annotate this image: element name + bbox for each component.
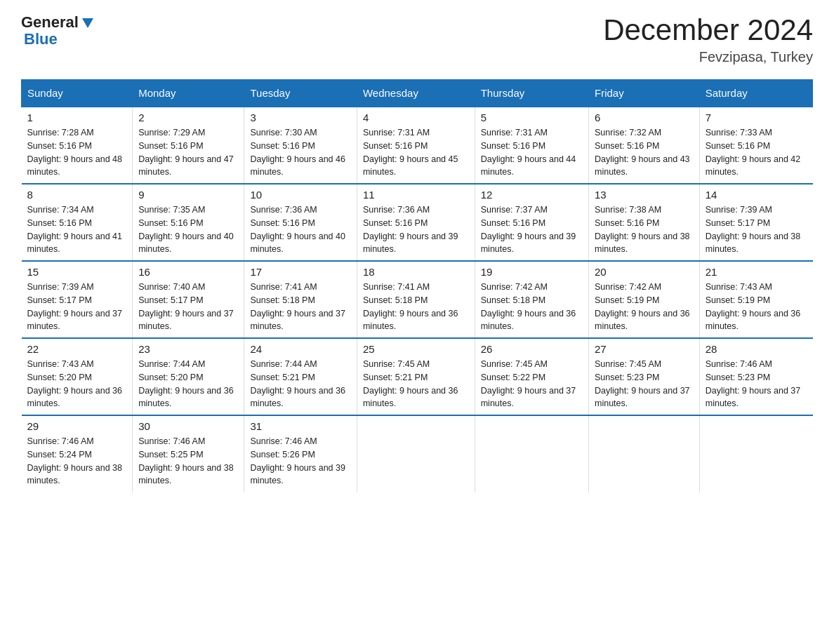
day-cell: 6 Sunrise: 7:32 AM Sunset: 5:16 PM Dayli… [589, 107, 700, 184]
day-cell: 18 Sunrise: 7:41 AM Sunset: 5:18 PM Dayl… [357, 261, 475, 338]
week-row-1: 1 Sunrise: 7:28 AM Sunset: 5:16 PM Dayli… [22, 107, 813, 184]
day-info: Sunrise: 7:36 AM Sunset: 5:16 PM Dayligh… [250, 203, 351, 256]
day-info: Sunrise: 7:42 AM Sunset: 5:19 PM Dayligh… [595, 281, 694, 333]
calendar-header: SundayMondayTuesdayWednesdayThursdayFrid… [22, 80, 813, 107]
day-info: Sunrise: 7:33 AM Sunset: 5:16 PM Dayligh… [706, 126, 807, 179]
day-info: Sunrise: 7:45 AM Sunset: 5:23 PM Dayligh… [595, 358, 694, 410]
day-cell [475, 415, 588, 492]
day-number: 4 [363, 112, 469, 123]
day-number: 9 [138, 189, 238, 201]
day-info: Sunrise: 7:38 AM Sunset: 5:16 PM Dayligh… [595, 203, 694, 256]
week-row-3: 15 Sunrise: 7:39 AM Sunset: 5:17 PM Dayl… [22, 261, 813, 338]
day-number: 13 [595, 189, 694, 201]
day-info: Sunrise: 7:45 AM Sunset: 5:21 PM Dayligh… [363, 358, 469, 410]
day-cell: 5 Sunrise: 7:31 AM Sunset: 5:16 PM Dayli… [475, 107, 588, 184]
day-cell: 29 Sunrise: 7:46 AM Sunset: 5:24 PM Dayl… [22, 415, 133, 492]
day-cell: 26 Sunrise: 7:45 AM Sunset: 5:22 PM Dayl… [475, 338, 588, 415]
calendar-table: SundayMondayTuesdayWednesdayThursdayFrid… [21, 79, 813, 492]
day-cell [589, 415, 700, 492]
day-info: Sunrise: 7:46 AM Sunset: 5:24 PM Dayligh… [27, 435, 127, 488]
day-info: Sunrise: 7:32 AM Sunset: 5:16 PM Dayligh… [595, 126, 694, 179]
day-cell: 1 Sunrise: 7:28 AM Sunset: 5:16 PM Dayli… [22, 107, 133, 184]
day-number: 12 [481, 189, 583, 201]
day-number: 1 [27, 112, 127, 123]
day-cell: 28 Sunrise: 7:46 AM Sunset: 5:23 PM Dayl… [699, 338, 812, 415]
day-info: Sunrise: 7:36 AM Sunset: 5:16 PM Dayligh… [363, 203, 469, 256]
day-cell: 22 Sunrise: 7:43 AM Sunset: 5:20 PM Dayl… [22, 338, 133, 415]
weekday-header-tuesday: Tuesday [244, 80, 357, 107]
day-info: Sunrise: 7:46 AM Sunset: 5:23 PM Dayligh… [706, 358, 807, 410]
day-info: Sunrise: 7:34 AM Sunset: 5:16 PM Dayligh… [27, 203, 127, 256]
day-cell: 31 Sunrise: 7:46 AM Sunset: 5:26 PM Dayl… [244, 415, 357, 492]
weekday-header-saturday: Saturday [699, 80, 812, 107]
day-number: 22 [27, 343, 127, 355]
weekday-header-thursday: Thursday [475, 80, 588, 107]
day-number: 3 [250, 112, 351, 123]
logo-triangle-icon [80, 15, 95, 31]
weekday-header-wednesday: Wednesday [357, 80, 475, 107]
day-number: 15 [27, 266, 127, 278]
day-number: 6 [595, 112, 694, 123]
day-number: 5 [481, 112, 583, 123]
month-title: December 2024 [603, 14, 813, 46]
week-row-4: 22 Sunrise: 7:43 AM Sunset: 5:20 PM Dayl… [22, 338, 813, 415]
day-number: 29 [27, 420, 127, 432]
day-number: 10 [250, 189, 351, 201]
day-number: 2 [138, 112, 238, 123]
day-number: 27 [595, 343, 694, 355]
day-cell: 16 Sunrise: 7:40 AM Sunset: 5:17 PM Dayl… [133, 261, 244, 338]
day-info: Sunrise: 7:43 AM Sunset: 5:20 PM Dayligh… [27, 358, 127, 410]
day-cell [699, 415, 812, 492]
logo-general-text: General [21, 14, 79, 31]
day-cell: 24 Sunrise: 7:44 AM Sunset: 5:21 PM Dayl… [244, 338, 357, 415]
day-number: 26 [481, 343, 583, 355]
day-cell: 7 Sunrise: 7:33 AM Sunset: 5:16 PM Dayli… [699, 107, 812, 184]
day-number: 28 [706, 343, 807, 355]
day-cell: 11 Sunrise: 7:36 AM Sunset: 5:16 PM Dayl… [357, 184, 475, 261]
day-info: Sunrise: 7:31 AM Sunset: 5:16 PM Dayligh… [363, 126, 469, 179]
day-info: Sunrise: 7:30 AM Sunset: 5:16 PM Dayligh… [250, 126, 351, 179]
day-number: 19 [481, 266, 583, 278]
day-cell: 19 Sunrise: 7:42 AM Sunset: 5:18 PM Dayl… [475, 261, 588, 338]
day-info: Sunrise: 7:46 AM Sunset: 5:26 PM Dayligh… [250, 435, 351, 488]
day-number: 21 [706, 266, 807, 278]
day-cell: 30 Sunrise: 7:46 AM Sunset: 5:25 PM Dayl… [133, 415, 244, 492]
svg-marker-0 [82, 18, 93, 28]
logo: General Blue [21, 14, 95, 48]
day-info: Sunrise: 7:28 AM Sunset: 5:16 PM Dayligh… [27, 126, 127, 179]
logo-blue-text: Blue [24, 31, 58, 48]
day-info: Sunrise: 7:39 AM Sunset: 5:17 PM Dayligh… [706, 203, 807, 256]
day-cell: 25 Sunrise: 7:45 AM Sunset: 5:21 PM Dayl… [357, 338, 475, 415]
day-cell: 8 Sunrise: 7:34 AM Sunset: 5:16 PM Dayli… [22, 184, 133, 261]
day-number: 18 [363, 266, 469, 278]
day-cell: 4 Sunrise: 7:31 AM Sunset: 5:16 PM Dayli… [357, 107, 475, 184]
week-row-2: 8 Sunrise: 7:34 AM Sunset: 5:16 PM Dayli… [22, 184, 813, 261]
day-number: 17 [250, 266, 351, 278]
day-info: Sunrise: 7:39 AM Sunset: 5:17 PM Dayligh… [27, 281, 127, 333]
day-number: 30 [138, 420, 238, 432]
day-info: Sunrise: 7:41 AM Sunset: 5:18 PM Dayligh… [363, 281, 469, 333]
day-number: 25 [363, 343, 469, 355]
day-number: 24 [250, 343, 351, 355]
week-row-5: 29 Sunrise: 7:46 AM Sunset: 5:24 PM Dayl… [22, 415, 813, 492]
day-info: Sunrise: 7:44 AM Sunset: 5:20 PM Dayligh… [138, 358, 238, 410]
day-number: 11 [363, 189, 469, 201]
day-number: 20 [595, 266, 694, 278]
day-info: Sunrise: 7:44 AM Sunset: 5:21 PM Dayligh… [250, 358, 351, 410]
day-info: Sunrise: 7:37 AM Sunset: 5:16 PM Dayligh… [481, 203, 583, 256]
day-cell [357, 415, 475, 492]
day-cell: 14 Sunrise: 7:39 AM Sunset: 5:17 PM Dayl… [699, 184, 812, 261]
day-cell: 23 Sunrise: 7:44 AM Sunset: 5:20 PM Dayl… [133, 338, 244, 415]
weekday-header-monday: Monday [133, 80, 244, 107]
weekday-header-row: SundayMondayTuesdayWednesdayThursdayFrid… [22, 80, 813, 107]
day-info: Sunrise: 7:46 AM Sunset: 5:25 PM Dayligh… [138, 435, 238, 488]
day-cell: 20 Sunrise: 7:42 AM Sunset: 5:19 PM Dayl… [589, 261, 700, 338]
day-cell: 15 Sunrise: 7:39 AM Sunset: 5:17 PM Dayl… [22, 261, 133, 338]
logo-icon: General Blue [21, 14, 95, 48]
weekday-header-sunday: Sunday [22, 80, 133, 107]
day-info: Sunrise: 7:40 AM Sunset: 5:17 PM Dayligh… [138, 281, 238, 333]
day-info: Sunrise: 7:29 AM Sunset: 5:16 PM Dayligh… [138, 126, 238, 179]
day-number: 23 [138, 343, 238, 355]
day-info: Sunrise: 7:35 AM Sunset: 5:16 PM Dayligh… [138, 203, 238, 256]
day-cell: 9 Sunrise: 7:35 AM Sunset: 5:16 PM Dayli… [133, 184, 244, 261]
